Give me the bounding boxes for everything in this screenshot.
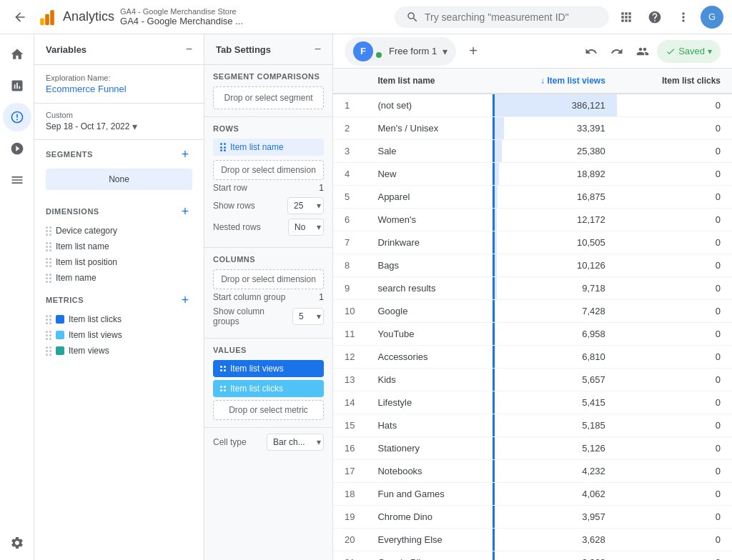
row-num: 11 [333,323,366,346]
apps-button[interactable] [615,6,638,29]
metric-item-list-clicks[interactable]: Item list clicks [34,311,204,327]
analytics-logo: Analytics [37,7,114,27]
share-button[interactable] [631,40,654,63]
show-columns-label: Show column groups [213,306,292,326]
metric-item-list-views[interactable]: Item list views [34,327,204,343]
row-views: 16,875 [493,186,616,209]
add-dimension-button[interactable]: + [178,204,192,219]
add-metric-button[interactable]: + [178,293,192,307]
add-segment-button[interactable]: + [178,147,192,161]
avatar[interactable]: G [701,6,723,29]
main-layout: Variables − Exploration Name: Ecommerce … [0,34,732,560]
nav-explore[interactable] [3,103,31,131]
row-views: 4,062 [493,483,616,506]
table-row: 11 YouTube 6,958 0 [333,323,732,346]
rows-chip[interactable]: Item list name [213,139,324,156]
row-num: 6 [333,209,366,231]
nav-home[interactable] [3,40,31,69]
row-clicks: 0 [617,231,732,254]
col-item-list-name[interactable]: Item list name [366,69,493,94]
value-label: Item list views [230,364,284,374]
undo-button[interactable] [580,40,603,63]
row-views: 5,657 [493,369,616,391]
meta-top: GA4 - Google Merchandise Store [120,7,243,16]
row-clicks: 0 [617,369,732,391]
drag-handle-icon [46,331,51,340]
add-tab-button[interactable]: + [462,40,485,63]
row-name: Sale [366,140,493,163]
nav-settings[interactable] [3,531,31,560]
tab-settings-title: Tab Settings [216,44,271,55]
drag-handle-icon [46,242,51,251]
exploration-label: Exploration Name: [46,74,192,82]
search-input[interactable] [425,11,596,23]
col-num [333,69,366,94]
back-button[interactable] [9,6,31,29]
drag-handle-icon [46,274,51,283]
show-columns-select[interactable]: 51020 [292,308,324,325]
row-clicks: 0 [617,186,732,209]
show-rows-select[interactable]: 2550100 [287,197,324,214]
metrics-header: METRICS + [34,286,204,311]
drop-column-button[interactable]: Drop or select dimension [213,269,324,289]
date-range[interactable]: Sep 18 - Oct 17, 2022 ▾ [46,121,192,132]
left-nav [0,34,34,560]
col-item-list-views[interactable]: ↓ Item list views [493,69,616,94]
nested-rows-select[interactable]: NoYes [288,219,324,236]
exploration-value[interactable]: Ecommerce Funnel [46,84,192,94]
rows-title: ROWS [213,124,324,133]
drop-dimension-button[interactable]: Drop or select dimension [213,160,324,180]
row-views: 10,505 [493,231,616,254]
table-container[interactable]: Item list name ↓ Item list views Item li… [333,69,732,560]
row-name: Accessories [366,346,493,369]
drop-metric-button[interactable]: Drop or select metric [213,400,324,420]
save-button[interactable]: Saved ▾ [657,40,721,63]
tab-settings-collapse[interactable]: − [315,43,321,56]
row-views: 5,185 [493,414,616,437]
dimension-item-name[interactable]: Item name [34,270,204,286]
row-clicks: 0 [617,94,732,117]
row-views: 25,380 [493,140,616,163]
redo-button[interactable] [605,40,628,63]
show-columns-row: Show column groups 51020 ▾ [213,306,324,326]
cell-type-select[interactable]: Bar ch...Plain text [267,434,324,451]
nav-reports[interactable] [3,71,31,100]
main-content: F Free form 1 ▾ + [333,34,732,560]
drag-handle-icon [46,226,51,236]
dimension-label: Item name [56,273,97,283]
content-header: F Free form 1 ▾ + [333,34,732,69]
table-row: 20 Everything Else 3,628 0 [333,529,732,551]
table-row: 19 Chrome Dino 3,957 0 [333,506,732,529]
row-num: 19 [333,506,366,529]
nested-rows-label: Nested rows [213,222,261,232]
row-clicks: 0 [617,437,732,460]
segment-drop-button[interactable]: Drop or select segment [213,86,324,109]
dimension-item-list-position[interactable]: Item list position [34,254,204,270]
row-views: 4,232 [493,460,616,483]
exploration-name-section: Exploration Name: Ecommerce Funnel [34,65,204,104]
value-chip-item-list-clicks[interactable]: Item list clicks [213,380,324,397]
nav-advertising[interactable] [3,134,31,163]
more-options-button[interactable] [672,6,695,29]
app-name: Analytics [63,9,114,24]
nav-configure[interactable] [3,166,31,194]
dimension-item-list-name[interactable]: Item list name [34,239,204,254]
row-clicks: 0 [617,254,732,277]
metric-label: Item list views [69,330,122,340]
metric-color-dot [56,346,64,355]
save-arrow-icon: ▾ [708,46,712,56]
col-item-list-clicks[interactable]: Item list clicks [617,69,732,94]
show-columns-select-wrapper: 51020 ▾ [292,308,324,325]
value-chip-item-list-views[interactable]: Item list views [213,360,324,377]
row-views: 3,628 [493,529,616,551]
form-selector[interactable]: F Free form 1 ▾ [345,37,456,66]
row-views: 5,126 [493,437,616,460]
data-table: Item list name ↓ Item list views Item li… [333,69,732,560]
variables-collapse[interactable]: − [186,43,192,56]
start-column-value: 1 [319,292,324,302]
metric-item-views[interactable]: Item views [34,343,204,359]
row-views: 3,362 [493,551,616,561]
search-bar[interactable] [395,6,609,28]
help-button[interactable] [643,6,666,29]
dimension-device-category[interactable]: Device category [34,223,204,239]
